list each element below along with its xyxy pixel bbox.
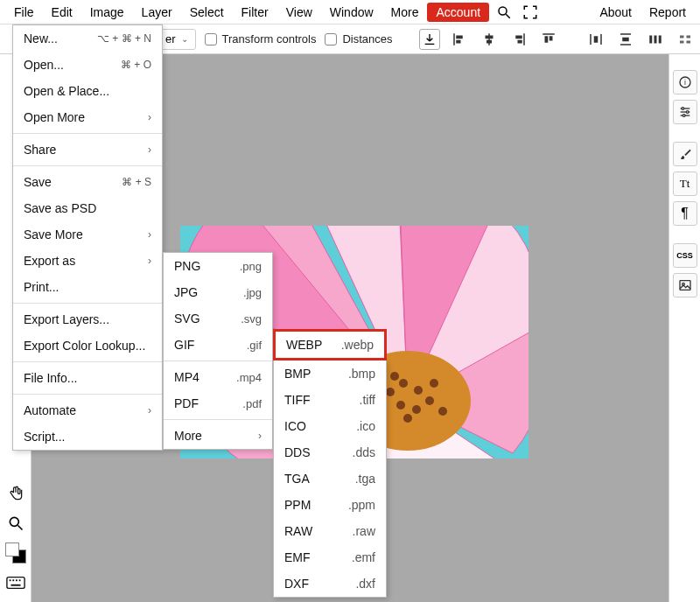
- align-left-icon[interactable]: [449, 29, 470, 50]
- menu-about[interactable]: About: [591, 2, 640, 23]
- divider: [164, 419, 272, 420]
- svg-rect-43: [680, 281, 690, 290]
- svg-rect-25: [686, 35, 690, 38]
- export-ico[interactable]: ICO.ico: [274, 413, 386, 439]
- svg-rect-18: [620, 44, 631, 46]
- file-open[interactable]: Open...⌘ + O: [13, 52, 162, 78]
- svg-text:i: i: [684, 78, 686, 87]
- file-save-psd[interactable]: Save as PSD: [13, 195, 162, 221]
- menu-filter[interactable]: Filter: [233, 2, 277, 23]
- color-swatches[interactable]: [4, 541, 28, 565]
- menu-image[interactable]: Image: [81, 2, 133, 23]
- file-automate[interactable]: Automate›: [13, 397, 162, 424]
- divider: [13, 165, 162, 166]
- menu-layer[interactable]: Layer: [133, 2, 181, 23]
- menu-select[interactable]: Select: [181, 2, 233, 23]
- file-open-place[interactable]: Open & Place...: [13, 78, 162, 104]
- file-save[interactable]: Save⌘ + S: [13, 169, 162, 195]
- svg-line-1: [506, 14, 510, 18]
- file-share[interactable]: Share›: [13, 136, 162, 163]
- distribute-spacing-icon[interactable]: [645, 29, 666, 50]
- export-png[interactable]: PNG.png: [164, 253, 272, 279]
- keyboard-icon[interactable]: [4, 570, 28, 595]
- menu-edit[interactable]: Edit: [43, 2, 81, 23]
- svg-rect-31: [12, 579, 14, 581]
- file-print[interactable]: Print...: [13, 274, 162, 300]
- svg-rect-19: [622, 37, 629, 41]
- export-svg[interactable]: SVG.svg: [164, 305, 272, 332]
- align-right-icon[interactable]: [508, 29, 529, 50]
- download-icon[interactable]: [419, 29, 440, 50]
- menu-account[interactable]: Account: [427, 3, 489, 22]
- menu-view[interactable]: View: [277, 2, 321, 23]
- svg-point-69: [390, 372, 399, 381]
- distances-label: Distances: [342, 32, 392, 46]
- export-more[interactable]: More›: [164, 423, 272, 449]
- svg-point-68: [438, 407, 447, 416]
- export-pdf[interactable]: PDF.pdf: [164, 390, 272, 416]
- chevron-right-icon: ›: [148, 111, 151, 123]
- export-as-dropdown: PNG.png JPG.jpg SVG.svg GIF.gif MP4.mp4 …: [163, 252, 273, 450]
- svg-rect-11: [542, 33, 555, 35]
- checkbox-icon: [325, 33, 337, 46]
- distances-checkbox[interactable]: Distances: [325, 32, 392, 46]
- export-bmp[interactable]: BMP.bmp: [274, 360, 386, 387]
- transform-controls-label: Transform controls: [222, 32, 317, 46]
- distribute-h-icon[interactable]: [585, 29, 606, 50]
- file-open-more[interactable]: Open More›: [13, 104, 162, 130]
- export-mp4[interactable]: MP4.mp4: [164, 364, 272, 390]
- export-dxf[interactable]: DXF.dxf: [274, 570, 386, 597]
- file-new[interactable]: New...⌥ + ⌘ + N: [13, 25, 162, 52]
- text-panel-icon[interactable]: Tt: [673, 172, 697, 196]
- order-select[interactable]: er ⌄: [158, 29, 196, 50]
- export-webp[interactable]: WEBP.webp: [273, 329, 387, 360]
- info-panel-icon[interactable]: i: [673, 70, 697, 94]
- divider: [13, 361, 162, 362]
- svg-rect-22: [658, 35, 661, 43]
- adjustments-panel-icon[interactable]: [673, 100, 697, 124]
- export-raw[interactable]: RAW.raw: [274, 518, 386, 544]
- menu-report[interactable]: Report: [640, 2, 695, 23]
- svg-rect-12: [544, 36, 548, 43]
- menu-window[interactable]: Window: [321, 2, 382, 23]
- export-tga[interactable]: TGA.tga: [274, 466, 386, 492]
- export-gif[interactable]: GIF.gif: [164, 332, 272, 358]
- svg-point-40: [682, 108, 684, 110]
- svg-line-28: [18, 526, 22, 530]
- hand-tool-icon[interactable]: [4, 481, 28, 506]
- divider: [13, 394, 162, 395]
- align-top-icon[interactable]: [538, 29, 559, 50]
- file-dropdown: New...⌥ + ⌘ + N Open...⌘ + O Open & Plac…: [12, 24, 163, 451]
- transform-controls-checkbox[interactable]: Transform controls: [205, 32, 317, 46]
- export-more-dropdown: BMP.bmp TIFF.tiff ICO.ico DDS.dds TGA.tg…: [273, 360, 387, 598]
- fullscreen-icon[interactable]: [519, 1, 542, 24]
- zoom-tool-icon[interactable]: [4, 511, 28, 536]
- image-panel-icon[interactable]: [673, 273, 697, 298]
- file-save-more[interactable]: Save More›: [13, 221, 162, 248]
- export-tiff[interactable]: TIFF.tiff: [274, 387, 386, 413]
- search-icon[interactable]: [493, 1, 515, 24]
- more-options-icon[interactable]: [675, 29, 696, 50]
- align-hcenter-icon[interactable]: [479, 29, 500, 50]
- svg-rect-5: [488, 33, 490, 46]
- paragraph-panel-icon[interactable]: ¶: [673, 201, 697, 226]
- export-jpg[interactable]: JPG.jpg: [164, 279, 272, 305]
- file-export-as[interactable]: Export as›: [13, 248, 162, 274]
- file-script[interactable]: Script...: [13, 424, 162, 450]
- export-dds[interactable]: DDS.dds: [274, 439, 386, 466]
- file-info[interactable]: File Info...: [13, 365, 162, 391]
- svg-rect-13: [549, 36, 552, 40]
- menubar: File Edit Image Layer Select Filter View…: [0, 0, 700, 24]
- file-export-layers[interactable]: Export Layers...: [13, 306, 162, 332]
- distribute-v-icon[interactable]: [615, 29, 636, 50]
- menu-file[interactable]: File: [5, 2, 43, 23]
- export-emf[interactable]: EMF.emf: [274, 544, 386, 570]
- brush-panel-icon[interactable]: [673, 142, 697, 166]
- file-export-clut[interactable]: Export Color Lookup...: [13, 332, 162, 359]
- css-panel-icon[interactable]: CSS: [673, 243, 697, 268]
- svg-rect-10: [517, 39, 522, 43]
- svg-rect-24: [680, 40, 684, 43]
- menu-more[interactable]: More: [382, 2, 428, 23]
- svg-rect-14: [590, 34, 592, 45]
- export-ppm[interactable]: PPM.ppm: [274, 492, 386, 518]
